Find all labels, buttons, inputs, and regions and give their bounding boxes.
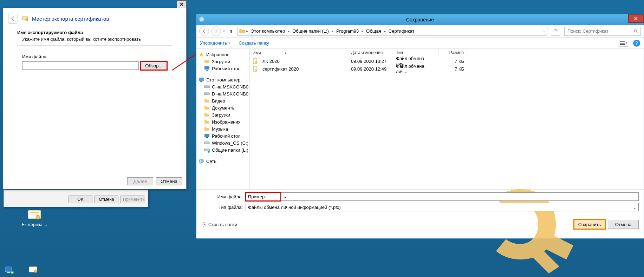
tree-favorites[interactable]: Избранное xyxy=(197,51,249,58)
taskbar-computer-icon[interactable] xyxy=(2,264,16,276)
save-button[interactable]: Сохранить xyxy=(574,220,605,229)
network-icon xyxy=(199,158,204,164)
cancel-button[interactable]: Отмена xyxy=(95,196,118,203)
svg-rect-25 xyxy=(206,137,208,138)
titlebar[interactable]: Сохранение ✕ xyxy=(196,14,644,25)
search-input[interactable] xyxy=(567,28,633,34)
crumb-4[interactable]: Сертификат xyxy=(387,28,416,34)
svg-point-1 xyxy=(26,19,28,21)
certificate-icon xyxy=(27,209,41,221)
nav-back-button[interactable] xyxy=(199,26,209,36)
organize-menu[interactable]: Упорядочить▾ xyxy=(200,40,230,46)
crumb-3[interactable]: Общая xyxy=(365,28,383,34)
file-list[interactable]: Имя▲ Дата изменения Тип Размер ЛК 2020 0… xyxy=(250,49,644,189)
cancel-button[interactable]: Отмена xyxy=(608,220,639,229)
filename-combo[interactable]: Пример xyxy=(246,192,281,201)
netdrive-icon xyxy=(204,147,210,153)
folder-icon xyxy=(204,59,210,64)
crumb-1[interactable]: Общие папки (L:) xyxy=(291,28,330,34)
tree-item[interactable]: Общие папки (L:) xyxy=(197,146,249,153)
wizard-title: Мастер экспорта сертификатов xyxy=(32,16,109,22)
help-button[interactable]: ? xyxy=(633,40,640,47)
svg-rect-19 xyxy=(206,70,208,71)
svg-line-14 xyxy=(637,32,638,33)
desktop-shortcut-label: Екатерина ... xyxy=(22,222,47,227)
tree-item[interactable]: Рабочий стол xyxy=(197,65,249,72)
cancel-button[interactable]: Отмена xyxy=(156,177,182,185)
tree-item[interactable]: Рабочий стол xyxy=(197,132,249,139)
crumb-2[interactable]: Program93 xyxy=(335,28,360,34)
filename-label: Имя файла: xyxy=(201,194,246,199)
tree-thispc[interactable]: Этот компьютер xyxy=(197,76,249,83)
dialog-title: Сохранение xyxy=(406,17,434,22)
tree-item[interactable]: Изображения xyxy=(197,118,249,125)
hide-folders-toggle[interactable]: Скрыть папки xyxy=(201,222,237,227)
nav-up-button[interactable] xyxy=(227,27,235,35)
app-icon xyxy=(199,16,205,22)
save-dialog: Сохранение ✕ ▾ ▸ Этот компьютер▸ Общие п… xyxy=(196,14,644,239)
tree-network[interactable]: Сеть xyxy=(197,158,249,165)
toolbar: Упорядочить▾ Создать папку ▾ ? xyxy=(196,38,644,49)
svg-rect-7 xyxy=(5,267,12,272)
cert-file-icon xyxy=(253,58,258,64)
wizard-heading: Имя экспортируемого файла xyxy=(17,30,172,35)
tree-item[interactable]: Документы xyxy=(197,104,249,111)
chevron-down-icon[interactable]: ⌄ xyxy=(283,194,287,199)
file-row[interactable]: ЛК 2020 09.09.2020 13:27 Файл обмена лич… xyxy=(250,57,644,65)
breadcrumb[interactable]: ▸ Этот компьютер▸ Общие папки (L:)▸ Prog… xyxy=(238,27,547,36)
tree-item[interactable]: Видео xyxy=(197,97,249,104)
ok-button[interactable]: OK xyxy=(69,196,92,203)
svg-point-34 xyxy=(202,222,206,226)
svg-rect-23 xyxy=(204,93,209,95)
wizard-subheading: Укажите имя файла, который вы хотите экс… xyxy=(22,37,172,42)
svg-rect-18 xyxy=(204,66,209,70)
tree-item[interactable]: D на MSKCONB0... xyxy=(197,90,249,97)
drive-icon xyxy=(204,140,210,146)
tree-item[interactable]: Музыка xyxy=(197,125,249,132)
col-date[interactable]: Дата изменения xyxy=(348,49,393,57)
desktop-shortcut[interactable]: Екатерина ... xyxy=(20,209,48,227)
close-button[interactable]: ✕ xyxy=(628,14,644,23)
drive-icon xyxy=(204,84,210,90)
folder-icon xyxy=(204,98,210,104)
column-headers[interactable]: Имя▲ Дата изменения Тип Размер xyxy=(250,49,644,57)
svg-rect-5 xyxy=(30,214,37,215)
recent-dropdown-icon[interactable]: ▾ xyxy=(223,29,225,33)
tree-item[interactable]: C на MSKCONB0... xyxy=(197,83,249,90)
chevron-down-icon[interactable]: ⌄ xyxy=(631,204,638,210)
filename-value: Пример xyxy=(248,194,265,199)
file-row[interactable]: сертификат 2020 09.09.2020 12:49 Файл об… xyxy=(250,65,644,73)
svg-rect-8 xyxy=(7,272,10,273)
search-icon xyxy=(633,29,638,34)
filename-label: Имя файла: xyxy=(22,54,172,59)
col-size[interactable]: Размер xyxy=(439,49,467,57)
svg-point-31 xyxy=(255,61,257,63)
tree-item[interactable]: Загрузки xyxy=(197,111,249,118)
certificate-icon xyxy=(21,15,28,22)
properties-dialog-fragment: OK Отмена Применить xyxy=(4,190,148,207)
new-folder-button[interactable]: Создать папку xyxy=(239,40,269,46)
view-button[interactable]: ▾ xyxy=(619,40,628,47)
next-button: Далее xyxy=(127,177,153,185)
filename-input[interactable] xyxy=(22,61,139,70)
tree-item[interactable]: Windows_OS (C:) xyxy=(197,139,249,146)
chevron-down-icon[interactable]: ⌄ xyxy=(543,29,546,33)
star-icon xyxy=(199,52,204,57)
drive-icon xyxy=(204,91,210,97)
refresh-button[interactable] xyxy=(551,27,560,36)
filetype-combo[interactable]: Файлы обмена личной информацией (*.pfx) … xyxy=(246,203,639,211)
browse-button[interactable]: Обзор... xyxy=(141,61,167,70)
export-wizard-window: ✕ Мастер экспорта сертификатов Имя экспо… xyxy=(3,8,187,189)
taskbar-certificate-icon[interactable] xyxy=(26,264,40,276)
nav-tree[interactable]: Избранное Загрузки Рабочий стол Этот ком… xyxy=(196,49,250,189)
back-button[interactable] xyxy=(8,14,18,24)
separator xyxy=(17,45,172,46)
col-name[interactable]: Имя▲ xyxy=(250,49,348,57)
tree-item[interactable]: Загрузки xyxy=(197,58,249,65)
cert-file-icon xyxy=(253,66,258,72)
taskbar xyxy=(0,263,197,277)
crumb-0[interactable]: Этот компьютер xyxy=(249,28,286,34)
search-box[interactable] xyxy=(564,27,641,36)
close-button[interactable]: ✕ xyxy=(177,0,187,8)
chevron-up-icon xyxy=(201,222,206,227)
